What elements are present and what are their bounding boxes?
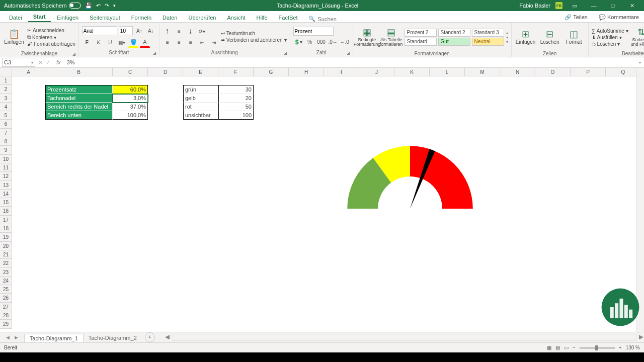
ribbon-display-icon[interactable]: ▭ bbox=[568, 3, 582, 9]
cell-e2[interactable]: grün bbox=[183, 85, 218, 94]
style-prozent2[interactable]: Prozent 2 bbox=[405, 29, 437, 37]
col-header-J[interactable]: J bbox=[359, 68, 394, 76]
row-header-7[interactable]: 7 bbox=[0, 129, 12, 137]
cell-styles-gallery[interactable]: Prozent 2 Standard 2 Standard 3 Standard… bbox=[405, 29, 504, 46]
cell-c5[interactable]: 100,0% bbox=[113, 111, 148, 120]
style-standard[interactable]: Standard bbox=[405, 38, 437, 46]
autosum-button[interactable]: ∑ AutoSumme ▾ bbox=[592, 28, 628, 34]
fill-color-button[interactable]: 🪣 bbox=[128, 37, 138, 48]
tab-start[interactable]: Start bbox=[28, 12, 51, 22]
cut-button[interactable]: ✂ Ausschneiden bbox=[27, 28, 75, 33]
formula-input[interactable]: 3% bbox=[65, 59, 636, 65]
row-header-3[interactable]: 3 bbox=[0, 94, 12, 103]
align-bottom-icon[interactable]: ⭳ bbox=[186, 26, 196, 36]
style-neutral[interactable]: Neutral bbox=[472, 38, 504, 46]
col-header-P[interactable]: P bbox=[571, 68, 606, 76]
align-left-icon[interactable]: ≡ bbox=[163, 37, 173, 47]
cell-c3[interactable]: 3,0% bbox=[113, 94, 148, 103]
align-top-icon[interactable]: ⭱ bbox=[163, 26, 173, 36]
cell-e4[interactable]: rot bbox=[183, 103, 218, 111]
sheet-nav-prev-icon[interactable]: ◄ bbox=[5, 334, 11, 340]
align-center-icon[interactable]: ≡ bbox=[174, 37, 184, 47]
tab-einfuegen[interactable]: Einfügen bbox=[52, 13, 84, 22]
cell-b2[interactable]: Prozentsatz bbox=[45, 85, 113, 94]
cell-b3[interactable]: Tachonadel bbox=[45, 94, 113, 103]
row-header-14[interactable]: 14 bbox=[0, 190, 12, 198]
underline-button[interactable]: U bbox=[105, 37, 115, 47]
tab-daten[interactable]: Daten bbox=[157, 13, 182, 22]
new-sheet-button[interactable]: + bbox=[145, 332, 155, 342]
row-header-4[interactable]: 4 bbox=[0, 103, 12, 111]
col-header-F[interactable]: F bbox=[218, 68, 254, 76]
tab-ansicht[interactable]: Ansicht bbox=[222, 13, 250, 22]
cell-f3[interactable]: 20 bbox=[218, 94, 254, 103]
col-header-O[interactable]: O bbox=[535, 68, 571, 76]
cell-b5[interactable]: Bereich unten bbox=[45, 111, 113, 120]
horizontal-scrollbar[interactable] bbox=[173, 334, 636, 341]
row-header-18[interactable]: 18 bbox=[0, 224, 12, 233]
select-all-corner[interactable] bbox=[0, 68, 12, 76]
cell-e5[interactable]: unsichtbar bbox=[183, 111, 218, 120]
sheet-tab-1[interactable]: Tacho-Diagramm_1 bbox=[24, 334, 84, 342]
font-name-select[interactable] bbox=[82, 26, 117, 35]
col-header-E[interactable]: E bbox=[183, 68, 218, 76]
view-normal-icon[interactable]: ▦ bbox=[547, 345, 551, 350]
cell-f2[interactable]: 30 bbox=[218, 85, 254, 94]
col-header-N[interactable]: N bbox=[500, 68, 535, 76]
format-cells-button[interactable]: ◫Format bbox=[563, 24, 585, 51]
comments-button[interactable]: 💬 Kommentare bbox=[594, 13, 644, 22]
gauge-chart[interactable] bbox=[330, 128, 491, 289]
autosave-toggle[interactable]: Automatisches Speichern bbox=[4, 3, 81, 9]
sheet-nav-next-icon[interactable]: ► bbox=[14, 334, 19, 340]
merge-center-button[interactable]: ⬌ Verbinden und zentrieren ▾ bbox=[221, 37, 287, 43]
fill-button[interactable]: ⬇ Ausfüllen ▾ bbox=[592, 35, 628, 40]
cell-f5[interactable]: 100 bbox=[218, 111, 254, 120]
tab-datei[interactable]: Datei bbox=[4, 13, 27, 22]
col-header-B[interactable]: B bbox=[45, 68, 113, 76]
row-header-23[interactable]: 23 bbox=[0, 268, 12, 277]
tab-formeln[interactable]: Formeln bbox=[126, 13, 156, 22]
col-header-A[interactable]: A bbox=[12, 68, 45, 76]
share-button[interactable]: 🔗 Teilen bbox=[559, 13, 593, 22]
sheet-tab-2[interactable]: Tacho-Diagramm_2 bbox=[84, 334, 142, 342]
style-standard2[interactable]: Standard 2 bbox=[438, 29, 470, 37]
col-header-I[interactable]: I bbox=[324, 68, 359, 76]
row-header-27[interactable]: 27 bbox=[0, 303, 12, 311]
decrease-decimal-icon[interactable]: ←.0 bbox=[340, 37, 350, 47]
insert-cells-button[interactable]: ⊞Einfügen bbox=[515, 24, 537, 51]
row-header-2[interactable]: 2 bbox=[0, 85, 12, 94]
worksheet-grid[interactable]: ABCDEFGHIJKLMNOPQ 1234567891011121314151… bbox=[0, 68, 644, 332]
row-header-28[interactable]: 28 bbox=[0, 311, 12, 320]
enter-formula-icon[interactable]: ✓ bbox=[46, 59, 50, 66]
clear-button[interactable]: ◇ Löschen ▾ bbox=[592, 41, 628, 47]
row-header-20[interactable]: 20 bbox=[0, 242, 12, 250]
row-header-15[interactable]: 15 bbox=[0, 198, 12, 207]
row-header-12[interactable]: 12 bbox=[0, 172, 12, 180]
save-icon[interactable]: 💾 bbox=[85, 3, 92, 9]
orientation-icon[interactable]: ⟳▾ bbox=[197, 26, 207, 36]
tab-ueberpruefen[interactable]: Überprüfen bbox=[183, 13, 221, 22]
undo-icon[interactable]: ↶ bbox=[96, 3, 101, 9]
increase-decimal-icon[interactable]: .0→ bbox=[328, 37, 338, 47]
style-standard3[interactable]: Standard 3 bbox=[472, 29, 504, 37]
align-middle-icon[interactable]: ≡ bbox=[174, 26, 184, 36]
row-header-9[interactable]: 9 bbox=[0, 146, 12, 154]
view-layout-icon[interactable]: ▤ bbox=[555, 345, 560, 350]
cell-b4[interactable]: Bereich rechts der Nadel bbox=[45, 103, 113, 111]
col-header-D[interactable]: D bbox=[148, 68, 183, 76]
col-header-Q[interactable]: Q bbox=[606, 68, 641, 76]
row-header-24[interactable]: 24 bbox=[0, 277, 12, 285]
format-painter-button[interactable]: 🖌 Format übertragen bbox=[27, 41, 75, 47]
decrease-font-icon[interactable]: A↓ bbox=[146, 26, 156, 36]
align-right-icon[interactable]: ≡ bbox=[186, 37, 196, 47]
indent-decrease-icon[interactable]: ⇤ bbox=[197, 37, 207, 47]
zoom-slider[interactable] bbox=[580, 347, 615, 349]
close-icon[interactable]: ✕ bbox=[625, 3, 639, 9]
zoom-level[interactable]: 130 % bbox=[626, 345, 640, 350]
row-header-8[interactable]: 8 bbox=[0, 137, 12, 146]
font-size-select[interactable] bbox=[119, 26, 133, 35]
row-header-21[interactable]: 21 bbox=[0, 250, 12, 259]
copy-button[interactable]: ⧉ Kopieren ▾ bbox=[27, 34, 75, 40]
fx-icon[interactable]: fx bbox=[52, 59, 65, 65]
zoom-in-icon[interactable]: + bbox=[619, 345, 622, 350]
